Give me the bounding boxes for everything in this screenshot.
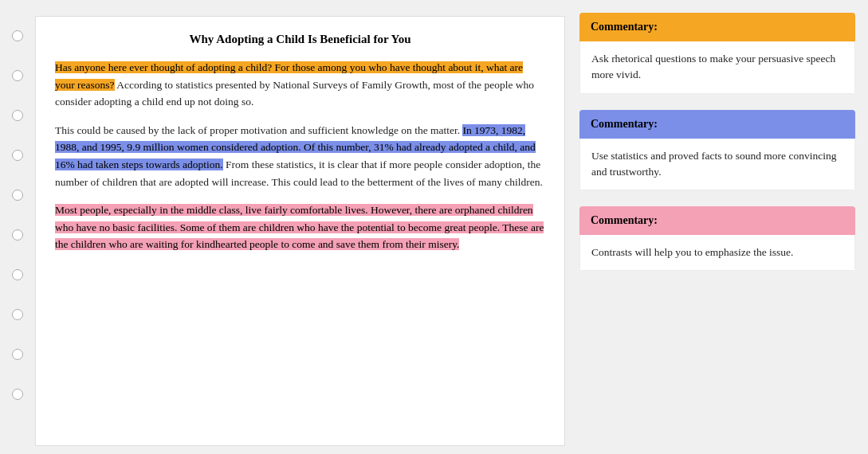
radio-btn-5[interactable] (12, 190, 23, 201)
paragraph-3: Most people, especially in the middle cl… (55, 202, 545, 253)
commentary-header-2: Commentary: (579, 110, 855, 139)
commentary-card-1: Commentary: Ask rhetorical questions to … (579, 13, 855, 94)
radio-btn-2[interactable] (12, 70, 23, 81)
commentary-body-1: Ask rhetorical questions to make your pe… (579, 41, 855, 94)
commentary-header-1: Commentary: (579, 13, 855, 41)
commentary-body-2: Use statistics and proved facts to sound… (579, 139, 855, 191)
paragraph-2: This could be caused by the lack of prop… (55, 122, 545, 190)
radio-btn-9[interactable] (12, 349, 23, 360)
radio-btn-10[interactable] (12, 389, 23, 400)
radio-btn-8[interactable] (12, 309, 23, 320)
plain-text-1: According to statistics presented by Nat… (55, 79, 534, 108)
left-panel: Why Adopting a Child Is Beneficial for Y… (0, 0, 573, 454)
document-title: Why Adopting a Child Is Beneficial for Y… (55, 33, 545, 46)
commentary-card-2: Commentary: Use statistics and proved fa… (579, 110, 855, 191)
radio-btn-7[interactable] (12, 269, 23, 280)
radio-btn-6[interactable] (12, 229, 23, 241)
commentary-header-3: Commentary: (579, 206, 855, 235)
paragraph-1: Has anyone here ever thought of adopting… (55, 59, 545, 111)
radio-btn-3[interactable] (12, 110, 23, 121)
radio-btn-4[interactable] (12, 150, 23, 161)
commentary-body-3: Contrasts will help you to emphasize the… (579, 235, 855, 271)
right-panel: Commentary: Ask rhetorical questions to … (573, 0, 868, 454)
radio-btn-1[interactable] (12, 30, 23, 41)
radio-column (0, 8, 35, 454)
highlight-pink-1: Most people, especially in the middle cl… (55, 204, 544, 250)
commentary-card-3: Commentary: Contrasts will help you to e… (579, 206, 855, 271)
document-area: Why Adopting a Child Is Beneficial for Y… (35, 16, 565, 446)
plain-text-2a: This could be caused by the lack of prop… (55, 124, 462, 136)
